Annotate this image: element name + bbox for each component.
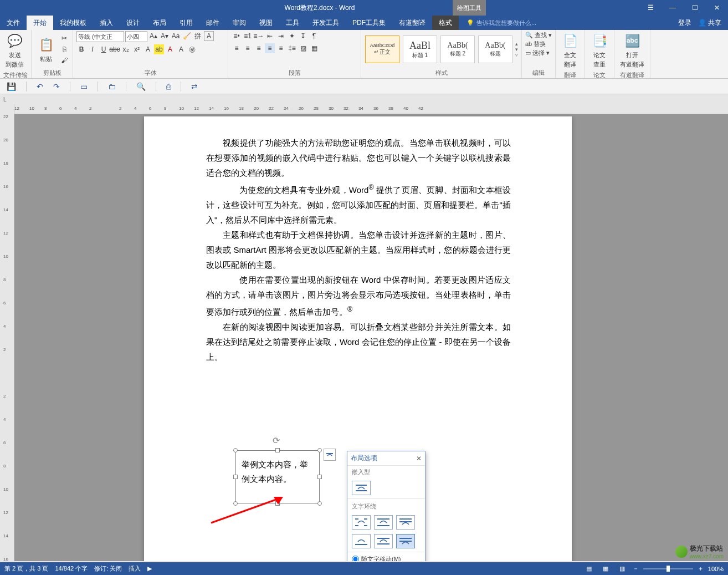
resize-handle[interactable] xyxy=(275,501,280,506)
subscript-icon[interactable]: x₂ xyxy=(121,44,131,54)
resize-handle[interactable] xyxy=(233,501,238,506)
share-button[interactable]: 👤 共享 xyxy=(698,18,721,28)
clear-format-icon[interactable]: 🧹 xyxy=(182,31,192,41)
wrap-front-button[interactable] xyxy=(396,534,415,548)
tab-home[interactable]: 开始 xyxy=(27,16,53,30)
open-youdao-button[interactable]: 🔤打开有道翻译 xyxy=(618,31,647,70)
text-box-content[interactable]: 举例文本内容，举例文本内容。 xyxy=(236,451,319,493)
tab-view[interactable]: 视图 xyxy=(253,16,279,30)
tab-developer[interactable]: 开发工具 xyxy=(306,16,346,30)
style-title[interactable]: AaBb(标题 xyxy=(478,35,512,63)
text-box-shape[interactable]: ⟳ 举例文本内容，举例文本内容。 xyxy=(235,450,320,503)
vertical-ruler[interactable]: 222018161412108642246810121416 xyxy=(0,104,14,561)
resize-handle[interactable] xyxy=(317,501,322,506)
qat-icon[interactable]: 🔍 xyxy=(136,82,146,91)
tab-pdf[interactable]: PDF工具集 xyxy=(346,16,392,30)
copy-icon[interactable]: ⎘ xyxy=(59,44,69,54)
line-spacing-icon[interactable]: ‡≡ xyxy=(287,43,297,53)
body-text[interactable]: 使用在需要位置出现的新按钮在 Word 中保存时间。若要更改图片适应文档的方式，… xyxy=(206,272,511,319)
close-icon[interactable]: ✕ xyxy=(416,455,422,462)
numbering-icon[interactable]: ≡1 xyxy=(243,31,253,41)
bullets-icon[interactable]: ≡• xyxy=(232,31,242,41)
qat-icon[interactable]: ⎙ xyxy=(166,82,171,91)
align-right-icon[interactable]: ≡ xyxy=(254,43,264,53)
style-heading2[interactable]: AaBb(标题 2 xyxy=(440,35,475,63)
align-left-icon[interactable]: ≡ xyxy=(232,43,242,53)
zoom-level[interactable]: 100% xyxy=(708,566,724,572)
tab-templates[interactable]: 我的模板 xyxy=(53,16,93,30)
char-shading-icon[interactable]: A xyxy=(176,44,186,54)
body-text[interactable]: 视频提供了功能强大的方法帮助您证明您的观点。当您单击联机视频时，可以在想要添加的… xyxy=(206,135,511,180)
enclose-char-icon[interactable]: ㊙ xyxy=(187,44,197,54)
maximize-icon[interactable]: ☐ xyxy=(684,0,706,16)
zoom-in-icon[interactable]: ＋ xyxy=(698,564,704,573)
tab-review[interactable]: 审阅 xyxy=(226,16,253,30)
close-icon[interactable]: ✕ xyxy=(706,0,728,16)
font-family-dropdown[interactable]: 等线 (中文正 xyxy=(76,31,124,42)
shading-icon[interactable]: ▨ xyxy=(298,43,308,53)
macro-record-icon[interactable]: ▶ xyxy=(147,565,152,572)
shrink-font-icon[interactable]: A▾ xyxy=(160,31,170,41)
font-color-icon[interactable]: A xyxy=(165,44,175,54)
grow-font-icon[interactable]: A▴ xyxy=(148,31,158,41)
text-effects-icon[interactable]: A xyxy=(143,44,153,54)
login-link[interactable]: 登录 xyxy=(678,18,691,28)
wrap-behind-button[interactable] xyxy=(374,534,393,548)
align-justify-icon[interactable]: ≡ xyxy=(265,43,275,53)
horizontal-ruler[interactable]: 1210864224681012141618202224262830323436… xyxy=(14,104,728,114)
layout-options-icon[interactable] xyxy=(324,449,336,461)
qat-icon[interactable]: ▭ xyxy=(80,82,88,91)
font-size-dropdown[interactable]: 小四 xyxy=(125,31,147,42)
resize-handle[interactable] xyxy=(233,475,238,479)
char-border-icon[interactable]: A xyxy=(204,31,214,41)
cut-icon[interactable]: ✂ xyxy=(59,33,69,43)
format-painter-icon[interactable]: 🖌 xyxy=(59,55,69,65)
resize-handle[interactable] xyxy=(317,475,322,479)
italic-icon[interactable]: I xyxy=(88,44,98,54)
word-count[interactable]: 14/842 个字 xyxy=(55,564,88,573)
paper-check-button[interactable]: 📑论文查重 xyxy=(588,31,611,70)
phonetic-icon[interactable]: 拼 xyxy=(193,31,203,41)
body-text[interactable]: 主题和样式也有助于文档保持协调。当您单击设计并选择新的主题时，图片、图表或 Sm… xyxy=(206,227,511,272)
inc-indent-icon[interactable]: ⇥ xyxy=(276,31,286,41)
qat-icon[interactable]: ⇄ xyxy=(191,82,198,91)
style-heading1[interactable]: AaBl标题 1 xyxy=(403,35,437,63)
strike-icon[interactable]: abc xyxy=(110,44,120,54)
resize-handle[interactable] xyxy=(275,448,280,452)
send-to-wechat-button[interactable]: 💬发送到微信 xyxy=(3,31,26,70)
zoom-out-icon[interactable]: － xyxy=(633,564,639,573)
minimize-icon[interactable]: — xyxy=(662,0,684,16)
replace-button[interactable]: ab 替换 xyxy=(525,40,546,48)
dec-indent-icon[interactable]: ⇤ xyxy=(265,31,275,41)
select-button[interactable]: ▭ 选择 ▾ xyxy=(525,49,550,57)
tab-tools[interactable]: 工具 xyxy=(279,16,306,30)
bold-icon[interactable]: B xyxy=(76,44,86,54)
ruler-units-icon[interactable]: L xyxy=(0,94,728,104)
styles-more-icon[interactable]: ▴▾▿ xyxy=(515,41,518,58)
tab-file[interactable]: 文件 xyxy=(0,16,27,30)
tab-youdao[interactable]: 有道翻译 xyxy=(392,16,432,30)
tab-references[interactable]: 引用 xyxy=(173,16,199,30)
ribbon-options-icon[interactable]: ☰ xyxy=(639,0,662,16)
asian-layout-icon[interactable]: ✦ xyxy=(287,31,297,41)
tab-layout[interactable]: 布局 xyxy=(146,16,173,30)
borders-icon[interactable]: ▦ xyxy=(309,43,319,53)
wrap-inline-button[interactable] xyxy=(352,481,371,495)
tell-me-search[interactable]: 💡 告诉我您想要做什么... xyxy=(466,16,536,30)
tab-insert[interactable]: 插入 xyxy=(93,16,120,30)
web-layout-icon[interactable]: ▥ xyxy=(616,564,628,574)
tab-format[interactable]: 格式 xyxy=(432,16,459,30)
insert-mode[interactable]: 插入 xyxy=(129,564,141,573)
align-center-icon[interactable]: ≡ xyxy=(243,43,253,53)
undo-icon[interactable]: ↶ xyxy=(37,82,43,91)
body-text[interactable]: 在新的阅读视图中阅读更加容易。可以折叠文档某些部分并关注所需文本。如果在达到结尾… xyxy=(206,319,511,364)
page-number[interactable]: 第 2 页，共 3 页 xyxy=(4,564,48,573)
show-marks-icon[interactable]: ¶ xyxy=(309,31,319,41)
find-button[interactable]: 🔍 查找 ▾ xyxy=(525,31,552,39)
zoom-slider[interactable] xyxy=(643,568,693,569)
wrap-topbottom-button[interactable] xyxy=(352,534,371,548)
redo-icon[interactable]: ↷ xyxy=(53,82,60,91)
rotate-handle-icon[interactable]: ⟳ xyxy=(273,435,280,446)
tab-design[interactable]: 设计 xyxy=(120,16,146,30)
align-distribute-icon[interactable]: ≡ xyxy=(276,43,286,53)
